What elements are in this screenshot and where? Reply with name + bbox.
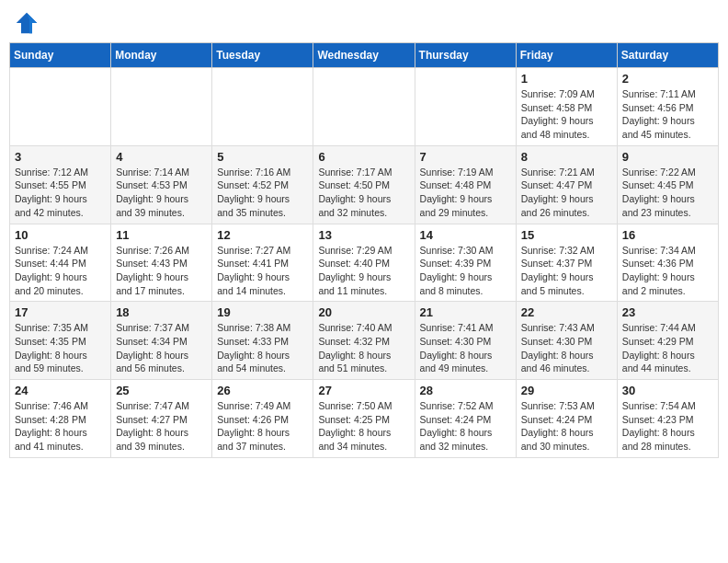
- calendar-cell: 6Sunrise: 7:17 AM Sunset: 4:50 PM Daylig…: [313, 145, 415, 224]
- day-number: 21: [420, 305, 511, 319]
- day-number: 24: [15, 384, 106, 397]
- day-info: Sunrise: 7:12 AM Sunset: 4:55 PM Dayligh…: [15, 166, 106, 220]
- calendar-week-row: 24Sunrise: 7:46 AM Sunset: 4:28 PM Dayli…: [10, 380, 719, 458]
- day-number: 17: [15, 305, 106, 319]
- day-of-week-header: Saturday: [617, 43, 718, 68]
- day-info: Sunrise: 7:30 AM Sunset: 4:39 PM Dayligh…: [420, 244, 511, 298]
- logo-icon: [13, 9, 40, 37]
- day-number: 18: [116, 305, 207, 319]
- calendar-cell: 4Sunrise: 7:14 AM Sunset: 4:53 PM Daylig…: [111, 145, 212, 224]
- calendar-cell: 26Sunrise: 7:49 AM Sunset: 4:26 PM Dayli…: [212, 380, 313, 458]
- calendar-cell: 8Sunrise: 7:21 AM Sunset: 4:47 PM Daylig…: [516, 145, 617, 224]
- day-number: 9: [622, 150, 713, 164]
- day-info: Sunrise: 7:29 AM Sunset: 4:40 PM Dayligh…: [318, 244, 409, 298]
- day-number: 10: [15, 228, 106, 242]
- calendar-cell: 7Sunrise: 7:19 AM Sunset: 4:48 PM Daylig…: [415, 145, 516, 224]
- day-number: 11: [116, 228, 207, 242]
- calendar-cell: [111, 68, 212, 146]
- calendar-cell: 2Sunrise: 7:11 AM Sunset: 4:56 PM Daylig…: [617, 68, 718, 146]
- calendar-cell: 10Sunrise: 7:24 AM Sunset: 4:44 PM Dayli…: [10, 224, 111, 302]
- calendar-cell: 9Sunrise: 7:22 AM Sunset: 4:45 PM Daylig…: [617, 145, 718, 224]
- day-info: Sunrise: 7:21 AM Sunset: 4:47 PM Dayligh…: [521, 166, 612, 220]
- day-number: 12: [217, 228, 308, 242]
- calendar-week-row: 10Sunrise: 7:24 AM Sunset: 4:44 PM Dayli…: [10, 224, 719, 302]
- calendar-cell: 3Sunrise: 7:12 AM Sunset: 4:55 PM Daylig…: [10, 145, 111, 224]
- day-info: Sunrise: 7:35 AM Sunset: 4:35 PM Dayligh…: [15, 321, 106, 375]
- calendar-cell: 24Sunrise: 7:46 AM Sunset: 4:28 PM Dayli…: [10, 380, 111, 458]
- day-info: Sunrise: 7:44 AM Sunset: 4:29 PM Dayligh…: [622, 321, 713, 375]
- day-number: 22: [521, 305, 612, 319]
- day-number: 6: [318, 150, 409, 164]
- calendar-cell: 25Sunrise: 7:47 AM Sunset: 4:27 PM Dayli…: [111, 380, 212, 458]
- calendar-cell: [415, 68, 516, 146]
- calendar-cell: 1Sunrise: 7:09 AM Sunset: 4:58 PM Daylig…: [516, 68, 617, 146]
- calendar-cell: [212, 68, 313, 146]
- day-of-week-header: Monday: [111, 43, 212, 68]
- day-number: 28: [420, 384, 511, 397]
- calendar-header-row: SundayMondayTuesdayWednesdayThursdayFrid…: [10, 43, 719, 68]
- day-number: 2: [622, 72, 713, 86]
- day-info: Sunrise: 7:11 AM Sunset: 4:56 PM Dayligh…: [622, 87, 713, 142]
- day-info: Sunrise: 7:26 AM Sunset: 4:43 PM Dayligh…: [116, 244, 207, 298]
- day-info: Sunrise: 7:17 AM Sunset: 4:50 PM Dayligh…: [318, 166, 409, 220]
- day-number: 15: [521, 228, 612, 242]
- day-info: Sunrise: 7:22 AM Sunset: 4:45 PM Dayligh…: [622, 166, 713, 220]
- day-info: Sunrise: 7:32 AM Sunset: 4:37 PM Dayligh…: [521, 244, 612, 298]
- calendar-week-row: 1Sunrise: 7:09 AM Sunset: 4:58 PM Daylig…: [10, 68, 719, 146]
- calendar-cell: 11Sunrise: 7:26 AM Sunset: 4:43 PM Dayli…: [111, 224, 212, 302]
- day-number: 23: [622, 305, 713, 319]
- day-number: 7: [420, 150, 511, 164]
- day-info: Sunrise: 7:19 AM Sunset: 4:48 PM Dayligh…: [420, 166, 511, 220]
- day-number: 16: [622, 228, 713, 242]
- day-number: 8: [521, 150, 612, 164]
- day-info: Sunrise: 7:41 AM Sunset: 4:30 PM Dayligh…: [420, 321, 511, 375]
- calendar-cell: 17Sunrise: 7:35 AM Sunset: 4:35 PM Dayli…: [10, 302, 111, 380]
- day-info: Sunrise: 7:09 AM Sunset: 4:58 PM Dayligh…: [521, 87, 612, 142]
- day-info: Sunrise: 7:54 AM Sunset: 4:23 PM Dayligh…: [622, 399, 713, 454]
- day-number: 5: [217, 150, 308, 164]
- calendar-cell: 15Sunrise: 7:32 AM Sunset: 4:37 PM Dayli…: [516, 224, 617, 302]
- day-info: Sunrise: 7:16 AM Sunset: 4:52 PM Dayligh…: [217, 166, 308, 220]
- calendar-cell: 29Sunrise: 7:53 AM Sunset: 4:24 PM Dayli…: [516, 380, 617, 458]
- day-info: Sunrise: 7:53 AM Sunset: 4:24 PM Dayligh…: [521, 399, 612, 454]
- day-info: Sunrise: 7:52 AM Sunset: 4:24 PM Dayligh…: [420, 399, 511, 454]
- day-number: 30: [622, 384, 713, 397]
- day-info: Sunrise: 7:27 AM Sunset: 4:41 PM Dayligh…: [217, 244, 308, 298]
- calendar-cell: [10, 68, 111, 146]
- calendar-cell: 19Sunrise: 7:38 AM Sunset: 4:33 PM Dayli…: [212, 302, 313, 380]
- calendar-cell: 13Sunrise: 7:29 AM Sunset: 4:40 PM Dayli…: [313, 224, 415, 302]
- calendar-cell: 21Sunrise: 7:41 AM Sunset: 4:30 PM Dayli…: [415, 302, 516, 380]
- calendar-week-row: 17Sunrise: 7:35 AM Sunset: 4:35 PM Dayli…: [10, 302, 719, 380]
- day-info: Sunrise: 7:24 AM Sunset: 4:44 PM Dayligh…: [15, 244, 106, 298]
- day-of-week-header: Thursday: [415, 43, 516, 68]
- day-number: 26: [217, 384, 308, 397]
- day-of-week-header: Friday: [516, 43, 617, 68]
- calendar-cell: 16Sunrise: 7:34 AM Sunset: 4:36 PM Dayli…: [617, 224, 718, 302]
- day-info: Sunrise: 7:34 AM Sunset: 4:36 PM Dayligh…: [622, 244, 713, 298]
- day-info: Sunrise: 7:49 AM Sunset: 4:26 PM Dayligh…: [217, 399, 308, 454]
- day-number: 14: [420, 228, 511, 242]
- calendar-cell: 27Sunrise: 7:50 AM Sunset: 4:25 PM Dayli…: [313, 380, 415, 458]
- day-number: 19: [217, 305, 308, 319]
- day-of-week-header: Wednesday: [313, 43, 415, 68]
- calendar-cell: 22Sunrise: 7:43 AM Sunset: 4:30 PM Dayli…: [516, 302, 617, 380]
- calendar-cell: 20Sunrise: 7:40 AM Sunset: 4:32 PM Dayli…: [313, 302, 415, 380]
- day-info: Sunrise: 7:37 AM Sunset: 4:34 PM Dayligh…: [116, 321, 207, 375]
- day-info: Sunrise: 7:50 AM Sunset: 4:25 PM Dayligh…: [318, 399, 409, 454]
- day-info: Sunrise: 7:40 AM Sunset: 4:32 PM Dayligh…: [318, 321, 409, 375]
- logo: [13, 9, 44, 37]
- day-info: Sunrise: 7:14 AM Sunset: 4:53 PM Dayligh…: [116, 166, 207, 220]
- day-number: 13: [318, 228, 409, 242]
- day-number: 3: [15, 150, 106, 164]
- day-number: 27: [318, 384, 409, 397]
- calendar-cell: 30Sunrise: 7:54 AM Sunset: 4:23 PM Dayli…: [617, 380, 718, 458]
- day-info: Sunrise: 7:47 AM Sunset: 4:27 PM Dayligh…: [116, 399, 207, 454]
- calendar-cell: 18Sunrise: 7:37 AM Sunset: 4:34 PM Dayli…: [111, 302, 212, 380]
- day-number: 20: [318, 305, 409, 319]
- day-info: Sunrise: 7:46 AM Sunset: 4:28 PM Dayligh…: [15, 399, 106, 454]
- day-info: Sunrise: 7:43 AM Sunset: 4:30 PM Dayligh…: [521, 321, 612, 375]
- calendar-week-row: 3Sunrise: 7:12 AM Sunset: 4:55 PM Daylig…: [10, 145, 719, 224]
- calendar-cell: 23Sunrise: 7:44 AM Sunset: 4:29 PM Dayli…: [617, 302, 718, 380]
- day-of-week-header: Tuesday: [212, 43, 313, 68]
- day-of-week-header: Sunday: [10, 43, 111, 68]
